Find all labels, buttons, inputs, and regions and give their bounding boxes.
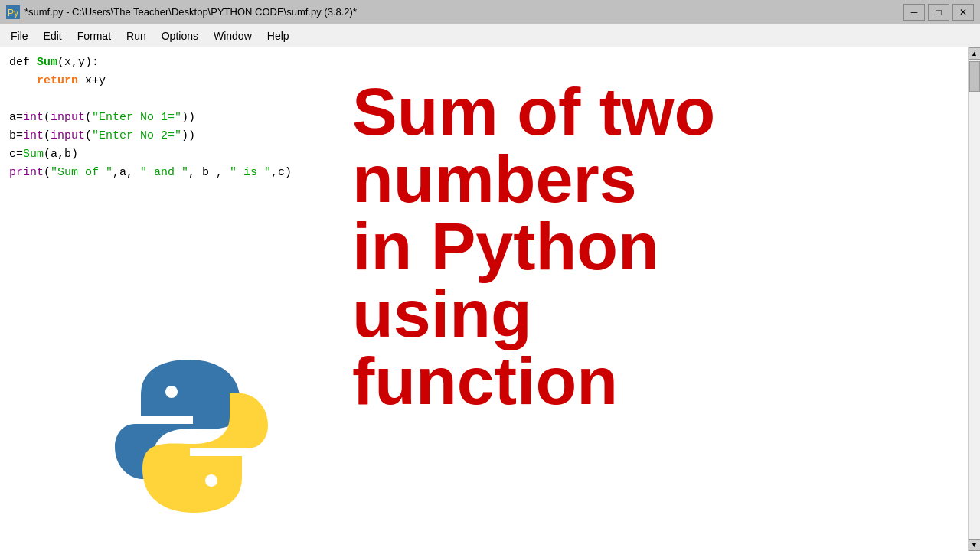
- code-line-7: print("Sum of ",a, " and ", b , " is ",c…: [9, 164, 959, 182]
- fn-call: Sum: [23, 148, 44, 161]
- menu-format[interactable]: Format: [70, 27, 119, 45]
- scroll-down-arrow[interactable]: ▼: [969, 539, 981, 551]
- code-block: def Sum(x,y): return x+y a=int(input("En…: [9, 54, 959, 182]
- menu-run[interactable]: Run: [119, 27, 154, 45]
- menu-window[interactable]: Window: [206, 27, 260, 45]
- builtin-int-1: int: [23, 111, 44, 124]
- menu-options[interactable]: Options: [154, 27, 206, 45]
- call-args: (a,b): [44, 148, 78, 161]
- overlay-line-3: using: [352, 280, 532, 347]
- builtin-input-2: input: [51, 129, 85, 142]
- menu-bar: File Edit Format Run Options Window Help: [0, 24, 980, 47]
- overlay-line-4: function: [352, 347, 618, 415]
- editor-container: def Sum(x,y): return x+y a=int(input("En…: [0, 47, 980, 551]
- maximize-button[interactable]: □: [928, 4, 949, 21]
- code-line-4: a=int(input("Enter No 1=")): [9, 109, 959, 127]
- keyword-def: def: [9, 56, 37, 69]
- paren-close-1: )): [181, 111, 195, 124]
- function-name: Sum: [37, 56, 57, 69]
- print-paren-open: (: [44, 166, 51, 179]
- print-comma-1: ,a,: [113, 166, 140, 179]
- code-editor[interactable]: def Sum(x,y): return x+y a=int(input("En…: [0, 47, 968, 551]
- var-a: a=: [9, 111, 23, 124]
- paren-3: (: [44, 129, 51, 142]
- string-sum: "Sum of ": [51, 166, 113, 179]
- string-2: "Enter No 2=": [92, 129, 181, 142]
- paren-close-2: )): [181, 129, 195, 142]
- indent: [9, 74, 37, 87]
- params: (x,y):: [57, 56, 99, 69]
- app-icon: Py: [6, 5, 20, 19]
- menu-file[interactable]: File: [3, 27, 36, 45]
- code-line-2: return x+y: [9, 72, 959, 90]
- scroll-thumb[interactable]: [969, 61, 980, 92]
- paren-2: (: [85, 111, 92, 124]
- builtin-int-2: int: [23, 129, 44, 142]
- svg-point-3: [205, 474, 217, 487]
- print-close: ,c): [271, 166, 292, 179]
- svg-text:Py: Py: [8, 8, 18, 18]
- string-1: "Enter No 1=": [92, 111, 181, 124]
- return-expr: x+y: [85, 74, 106, 87]
- paren-1: (: [44, 111, 51, 124]
- string-is: " is ": [230, 166, 271, 179]
- string-and: " and ": [140, 166, 188, 179]
- window-controls: ─ □ ✕: [903, 4, 974, 21]
- scrollbar[interactable]: ▲ ▼: [968, 47, 980, 551]
- var-b: b=: [9, 129, 23, 142]
- overlay-line-2: in Python: [352, 213, 659, 280]
- svg-point-2: [165, 386, 178, 398]
- minimize-button[interactable]: ─: [903, 4, 925, 21]
- var-c: c=: [9, 148, 23, 161]
- builtin-input-1: input: [51, 111, 85, 124]
- code-line-5: b=int(input("Enter No 2=")): [9, 127, 959, 145]
- print-comma-2: , b ,: [188, 166, 230, 179]
- code-line-1: def Sum(x,y):: [9, 54, 959, 72]
- menu-help[interactable]: Help: [260, 27, 297, 45]
- code-line-6: c=Sum(a,b): [9, 145, 959, 164]
- window-title: *sumf.py - C:\Users\The Teacher\Desktop\…: [24, 6, 903, 18]
- builtin-print: print: [9, 166, 44, 179]
- scroll-up-arrow[interactable]: ▲: [969, 47, 981, 60]
- title-bar: Py *sumf.py - C:\Users\The Teacher\Deskt…: [0, 0, 980, 24]
- menu-edit[interactable]: Edit: [36, 27, 70, 45]
- code-line-3: [9, 90, 959, 109]
- python-logo: [77, 352, 322, 528]
- keyword-return: return: [37, 74, 85, 87]
- close-button[interactable]: ✕: [952, 4, 974, 21]
- paren-4: (: [85, 129, 92, 142]
